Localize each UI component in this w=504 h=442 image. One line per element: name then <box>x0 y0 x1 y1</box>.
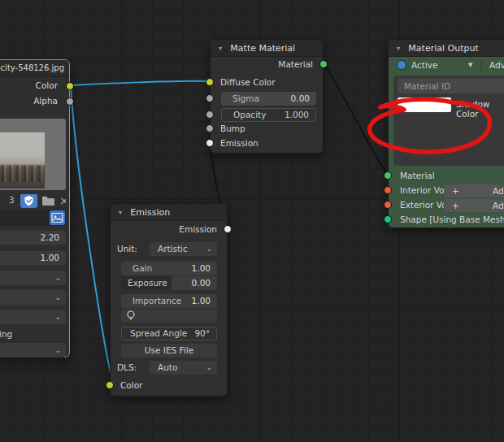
unit-value: Artistic <box>158 244 188 254</box>
dls-value: Auto <box>158 362 177 372</box>
socket-color-output[interactable] <box>66 82 74 90</box>
socket-bump-input[interactable] <box>206 124 214 132</box>
shield-check-icon <box>20 194 37 208</box>
node-image-texture[interactable]: e_gs-city-548126.jpg Color Alpha 3 × <box>0 59 70 358</box>
close-icon: × <box>59 194 66 207</box>
shape-input-label: Shape [Using Base Mesh] <box>400 213 504 226</box>
socket-exterior-volume-input[interactable] <box>384 201 392 209</box>
socket-interior-volume-input[interactable] <box>384 186 392 194</box>
collapse-triangle-icon[interactable]: ▾ <box>119 205 122 221</box>
node-matte-material[interactable]: ▾ Matte Material Material Diffuse Color … <box>210 39 324 154</box>
matte-bump-label: Bump <box>220 122 245 135</box>
node-editor-canvas[interactable]: { "editor": { "type": "shader-node-edito… <box>0 0 504 442</box>
image-icon-button[interactable] <box>50 210 65 225</box>
wire-color-to-diffuse <box>71 81 209 85</box>
spread-angle-label: Spread Angle <box>130 327 187 340</box>
gain-slider[interactable]: Gain 1.00 <box>121 262 217 275</box>
emission-color-label: Color <box>120 379 142 392</box>
node-emission[interactable]: ▾ Emission Emission Unit: Artistic ⌄ Gai… <box>110 203 228 396</box>
socket-alpha-output[interactable] <box>66 98 74 106</box>
dls-label: DLS: <box>117 361 137 375</box>
matte-node-title: Matte Material <box>230 43 295 54</box>
output-label-color: Color <box>36 79 58 92</box>
divider <box>481 59 482 71</box>
image-dropdown-1[interactable]: ⌄ <box>0 271 66 285</box>
opacity-value: 1.000 <box>285 109 309 121</box>
light-bulb-icon <box>124 309 137 323</box>
use-ies-file-label: Use IES File <box>145 345 193 355</box>
image-node-header[interactable]: e_gs-city-548126.jpg <box>0 60 69 77</box>
light-group-button[interactable] <box>121 309 217 323</box>
advanced-label[interactable]: Adva <box>489 57 504 73</box>
exposure-slider[interactable]: Exposure 0.00 <box>121 276 217 290</box>
image-dropdown-3[interactable]: ⌄ <box>0 310 66 324</box>
image-preview-photo[interactable] <box>0 132 45 188</box>
gamma-value: 2.20 <box>41 231 59 245</box>
chevron-down-icon: ⌄ <box>206 242 212 256</box>
fake-user-button[interactable] <box>20 194 37 208</box>
image-source-row[interactable] <box>0 210 66 226</box>
unlink-button[interactable]: × <box>59 194 66 207</box>
opacity-field[interactable]: Opacity 1.000 <box>221 108 316 122</box>
image-node-title: e_gs-city-548126.jpg <box>0 60 64 76</box>
brightness-value: 1.00 <box>41 251 59 265</box>
output-node-title: Material Output <box>408 43 478 54</box>
dls-dropdown[interactable]: Auto ⌄ <box>150 361 217 375</box>
sigma-value: 0.00 <box>291 92 310 106</box>
unit-dropdown[interactable]: Artistic ⌄ <box>150 242 217 256</box>
folder-icon <box>41 195 55 206</box>
exposure-value: 0.00 <box>192 276 211 290</box>
gain-value: 1.00 <box>192 262 211 275</box>
material-input-label: Material <box>400 169 435 182</box>
active-selector-row[interactable]: Active ▼ Adva <box>393 57 504 73</box>
image-dropdown-2[interactable]: ⌄ <box>0 290 66 305</box>
chevron-down-icon: ⌄ <box>54 343 61 358</box>
interior-volume-add-button[interactable]: + Ad <box>444 184 504 197</box>
plus-icon: + <box>452 199 459 212</box>
output-node-header[interactable]: ▾ Material Output <box>389 40 504 57</box>
matte-node-header[interactable]: ▾ Matte Material <box>211 40 323 57</box>
chevron-down-icon: ⌄ <box>54 290 61 305</box>
emission-node-header[interactable]: ▾ Emission <box>111 204 227 221</box>
use-ies-file-button[interactable]: Use IES File <box>121 344 217 358</box>
exterior-volume-add-button[interactable]: + Ad <box>444 199 504 212</box>
material-id-label: Material ID <box>404 81 450 91</box>
matte-diffuse-label: Diffuse Color <box>220 76 276 89</box>
node-material-output[interactable]: ▾ Material Output Active ▼ Adva Material… <box>388 39 504 228</box>
browse-file-button[interactable] <box>41 195 55 206</box>
exterior-add-label: Ad <box>493 199 504 212</box>
spread-angle-field[interactable]: Spread Angle 90° <box>121 327 217 340</box>
socket-opacity-input[interactable] <box>206 110 214 119</box>
shadow-color-swatch[interactable] <box>398 98 451 112</box>
collapse-triangle-icon[interactable]: ▾ <box>397 41 400 57</box>
image-icon <box>50 210 65 225</box>
sigma-label: Sigma <box>232 92 259 106</box>
wire-material-to-output <box>324 63 387 174</box>
socket-shape-input[interactable] <box>384 215 392 223</box>
socket-material-input[interactable] <box>384 171 392 180</box>
wire-color-to-emission-color <box>71 85 113 384</box>
unit-label: Unit: <box>117 242 137 256</box>
material-id-field[interactable]: Material ID <box>398 79 504 93</box>
socket-emission-color-input[interactable] <box>106 381 114 389</box>
importance-slider[interactable]: Importance 1.00 <box>121 294 217 308</box>
opacity-label: Opacity <box>233 109 266 121</box>
output-label-alpha: Alpha <box>33 94 58 107</box>
collapse-triangle-icon[interactable]: ▾ <box>219 41 222 57</box>
brightness-field[interactable]: 1.00 <box>0 251 66 265</box>
gamma-field[interactable]: 2.20 <box>0 231 66 245</box>
sigma-slider[interactable]: Sigma 0.00 <box>221 92 316 106</box>
active-material-dot-icon <box>397 60 406 70</box>
user-count: 3 <box>9 195 15 205</box>
socket-emission-output[interactable] <box>224 225 232 233</box>
image-dropdown-4[interactable]: ⌄ <box>0 343 66 358</box>
socket-sigma-input[interactable] <box>206 94 214 102</box>
dropdown-arrow-icon[interactable]: ▼ <box>468 57 472 73</box>
chevron-down-icon: ⌄ <box>206 361 212 375</box>
socket-diffuse-color-input[interactable] <box>206 78 214 86</box>
shadow-color-label: Shadow Color <box>456 99 504 119</box>
socket-matte-material-output[interactable] <box>319 60 328 68</box>
socket-matte-emission-input[interactable] <box>206 139 214 147</box>
matte-output-label: Material <box>278 58 313 71</box>
image-preview-buildings <box>0 165 45 182</box>
